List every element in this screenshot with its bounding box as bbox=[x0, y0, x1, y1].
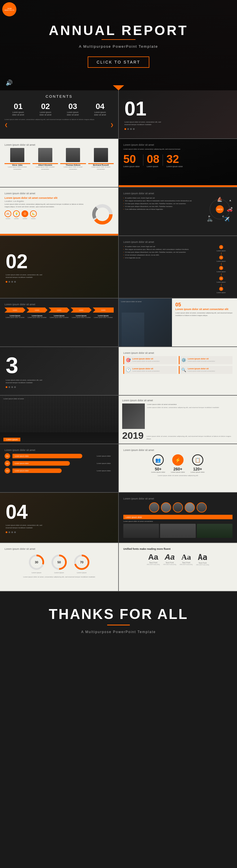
person-card-1: Steve Jobs Lorem ipsum dolor sit amet co… bbox=[4, 148, 30, 170]
gauge-30: 30 Lorem ipsum bbox=[28, 554, 45, 574]
target-card-1: 🎯 Lorem ipsum dolor sit Lorem ipsum dolo… bbox=[123, 356, 177, 364]
abcd-slide: Lorem ipsum dolor sit amet At audire tri… bbox=[119, 187, 237, 236]
slide-3-body: Lorem ipsum dolor sit amet, consectetur … bbox=[6, 379, 45, 384]
people-slide-label: Lorem ipsum dolor sit amet bbox=[4, 144, 114, 146]
stats-slide: Lorem ipsum dolor sit amet Lorem ipsum d… bbox=[119, 139, 237, 187]
location-label: Lorem ipsum dolor sit amet bbox=[4, 192, 114, 195]
abcd-label: Lorem ipsum dolor sit amet bbox=[123, 192, 233, 195]
gauges-slide: Lorem ipsum dolor sit amet 30 Lorem ipsu… bbox=[0, 543, 118, 591]
stat-120plus: 📋 120+ Lorem ipsum dolor bbox=[191, 454, 205, 473]
contents-nums: 01 Lorem ipsum dolor sit amet 02 Lorem i… bbox=[4, 102, 114, 116]
stats-icons-row: 👥 50+ Lorem ipsum dolor ⚡ 260+ Lorem ips… bbox=[123, 454, 233, 473]
stat-50plus: 👥 50+ Lorem ipsum dolor bbox=[151, 454, 165, 473]
person-card-3: Thomas Edison Lorem ipsum dolor sit amet… bbox=[60, 148, 86, 170]
orange-bar-text: Lorem ipsum dolor bbox=[123, 515, 233, 519]
slide-04: 04 Lorem ipsum dolor sit amet, consectet… bbox=[0, 493, 118, 542]
circles-row: 30 Lorem ipsum 50 Lorem ipsum 70 Lorem bbox=[4, 554, 114, 574]
arrow-steps-labels: Lorem Ipsum Lorem ipsum dolor sit amet L… bbox=[4, 315, 114, 318]
nums-row-slide: Lorem ipsum dolor sit amet 👥 50+ Lorem i… bbox=[119, 444, 237, 492]
person-photo-4 bbox=[94, 148, 108, 162]
targets-grid: 🎯 Lorem ipsum dolor sit Lorem ipsum dolo… bbox=[123, 356, 233, 374]
target-card-3: 🕐 Lorem ipsum dolor sit Lorem ipsum dolo… bbox=[123, 366, 177, 374]
font-item-4: Aa Text Font ABCDEFGabcdefg bbox=[196, 553, 209, 566]
person-card-2: Albert Einstein Lorem ipsum dolor sit am… bbox=[32, 148, 58, 170]
people-row: Steve Jobs Lorem ipsum dolor sit amet co… bbox=[4, 148, 114, 170]
targets-label: Lorem ipsum dolor sit amet bbox=[123, 351, 233, 354]
abcd-bullets: At audire tritani cum, lorem fugit tam a… bbox=[123, 196, 204, 211]
stat-50: 50 Lorem ipsum dolor bbox=[123, 153, 140, 167]
stats-row: 50 Lorem ipsum dolor 08 Lorem ipsum 32 L… bbox=[123, 153, 233, 167]
year-2019: 2019 bbox=[122, 431, 144, 440]
location-orange-title: Lorem ipsum dolor sit amet consectetur e… bbox=[4, 196, 114, 199]
logo-badge: 淘兜网 WWW.YAN.CN bbox=[2, 2, 17, 17]
gauge-70: 70 Lorem ipsum bbox=[73, 554, 90, 574]
flow-slide: Lorem ipsum dolor sit amet At audire tri… bbox=[119, 236, 237, 298]
flow-label: Lorem ipsum dolor sit amet bbox=[123, 241, 233, 243]
location-text: Location: Los Angeles bbox=[4, 200, 114, 202]
person-card-4: Bertrand Russell Lorem ipsum dolor sit a… bbox=[88, 148, 114, 170]
click-to-start-button[interactable]: CLICK TO START bbox=[88, 57, 150, 68]
slide-04-number: 04 bbox=[6, 502, 28, 522]
city-overlay-text: Lorem ipsum bbox=[3, 436, 20, 441]
svg-text:50: 50 bbox=[57, 560, 61, 564]
person-photo-2 bbox=[38, 148, 52, 162]
prev-arrow[interactable]: ❮ bbox=[4, 123, 8, 127]
person-photo-3 bbox=[66, 148, 80, 162]
step-bars: 01 Lorem ipsum dolor Lorem ipsum dolor 0… bbox=[4, 453, 114, 473]
target-card-4: 🔍 Lorem ipsum dolor sit Lorem ipsum dolo… bbox=[179, 366, 233, 374]
slide-01-number: 01 bbox=[125, 99, 147, 119]
thanks-title: THANKS FOR ALL bbox=[49, 606, 188, 622]
slide-3: 3 Lorem ipsum dolor sit amet, consectetu… bbox=[0, 347, 118, 395]
slide-01-body: Lorem ipsum dolor sit amet, consectetur … bbox=[125, 121, 164, 126]
font-showcase: Aa Text Font ABCDEFGabcdefg Aa Text Font… bbox=[123, 553, 233, 566]
slides-grid: CONTENTS 01 Lorem ipsum dolor sit amet 0… bbox=[0, 90, 237, 648]
flow-nodes: 1 Lorem ipsum 2 Lorem ipsum 3 Lorem ipsu… bbox=[210, 245, 233, 293]
fonts-title: Unified fonts make reading more fluent bbox=[123, 548, 233, 550]
slide-05: 05 Lorem ipsum dolor sit amet consectetu… bbox=[119, 299, 237, 346]
location-slide: Lorem ipsum dolor sit amet Lorem ipsum d… bbox=[0, 187, 118, 236]
hero-title: ANNUAL REPORT bbox=[49, 23, 188, 38]
contents-num-02: 02 Lorem ipsum dolor sit amet bbox=[38, 102, 53, 116]
abcd-diagram: ⛵ 🚗 ✈️ 🚲 A B C D ABCD bbox=[207, 196, 233, 222]
people-avatars-slide: Lorem ipsum dolor sit amet Lorem ipsum d… bbox=[119, 493, 237, 542]
svg-point-3 bbox=[210, 199, 230, 219]
slide-02-number: 02 bbox=[6, 252, 28, 271]
avatars-row bbox=[123, 502, 233, 513]
step-bars-slide: Lorem ipsum dolor sit amet 01 Lorem ipsu… bbox=[0, 444, 118, 492]
font-item-1: Aa Text Font ABCDEFGabcdefg bbox=[147, 553, 160, 566]
slide-02-body: Lorem ipsum dolor sit amet, consectetur … bbox=[6, 274, 45, 279]
location-content: Lorem ipsum dolor sit amet, consectetur … bbox=[4, 203, 114, 226]
photo-collage bbox=[123, 524, 233, 538]
targets-slide: Lorem ipsum dolor sit amet 🎯 Lorem ipsum… bbox=[119, 347, 237, 395]
gauge-50: 50 Lorem ipsum bbox=[51, 554, 68, 574]
slide-02-dots bbox=[6, 281, 16, 283]
flow-bullets: At audire tritani cum, lorem fugit sam a… bbox=[123, 245, 207, 259]
hero-subtitle: A Multipurpose PowerPoint Template bbox=[49, 44, 188, 49]
thanks-slide: THANKS FOR ALL A Multipurpose PowerPoint… bbox=[0, 592, 237, 648]
hero-content: ANNUAL REPORT A Multipurpose PowerPoint … bbox=[49, 23, 188, 68]
stats-slide-label: Lorem ipsum dolor sit amet bbox=[123, 144, 233, 146]
stats-body: Lorem ipsum dolor sit amet, consectetur … bbox=[123, 148, 233, 151]
contents-title: CONTENTS bbox=[4, 94, 114, 98]
hero-slide: 淘兜网 WWW.YAN.CN ANNUAL REPORT A Multipurp… bbox=[0, 0, 237, 90]
hero-divider bbox=[102, 39, 135, 40]
contents-body: Lorem ipsum dolor sit amet, consectetur … bbox=[4, 118, 114, 121]
nav-arrows[interactable]: ❮ ❯ bbox=[4, 123, 114, 127]
slide-3-dots bbox=[6, 386, 16, 388]
slide-02: 02 Lorem ipsum dolor sit amet, consectet… bbox=[0, 236, 118, 298]
arrows-label: Lorem ipsum dolor sit amet bbox=[4, 303, 114, 306]
font-item-2: Aa Text Font ABCDEFGabcdefg bbox=[163, 553, 176, 566]
stat-32: 32 Lorem ipsum dolor bbox=[166, 153, 183, 167]
slide-3-number: 3 bbox=[6, 354, 18, 377]
arrow-steps-slide: Lorem ipsum dolor sit amet Lorem Lorem L… bbox=[0, 299, 118, 346]
next-arrow[interactable]: ❯ bbox=[110, 123, 114, 127]
contents-num-01: 01 Lorem ipsum dolor sit amet bbox=[11, 102, 25, 116]
slide-05-text: 05 Lorem ipsum dolor sit amet consectetu… bbox=[172, 299, 237, 346]
contents-slide: CONTENTS 01 Lorem ipsum dolor sit amet 0… bbox=[0, 90, 118, 138]
thanks-subtitle: A Multipurpose PowerPoint Template bbox=[81, 630, 156, 634]
slide-04-dots bbox=[6, 531, 16, 533]
hero-bottom bbox=[0, 85, 237, 90]
city-photo-slide: Lorem ipsum Lorem ipsum dolor sit amet bbox=[0, 396, 118, 443]
svg-text:30: 30 bbox=[35, 560, 38, 564]
orange-tab-bottom bbox=[119, 185, 237, 187]
